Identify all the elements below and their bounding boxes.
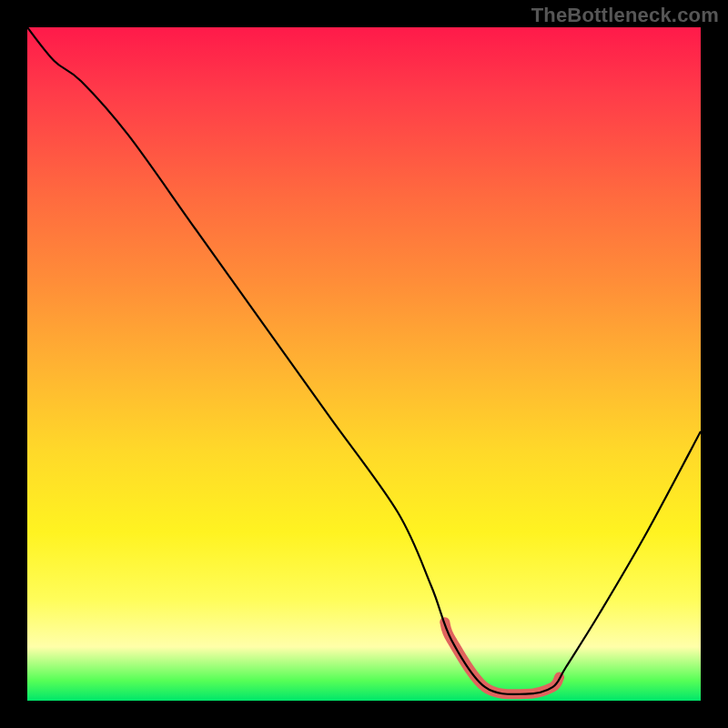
plot-area [27, 27, 701, 701]
watermark-text: TheBottleneck.com [531, 4, 719, 27]
chart-frame: TheBottleneck.com [0, 0, 728, 728]
curve-svg [27, 27, 701, 701]
curve-line [27, 27, 701, 694]
